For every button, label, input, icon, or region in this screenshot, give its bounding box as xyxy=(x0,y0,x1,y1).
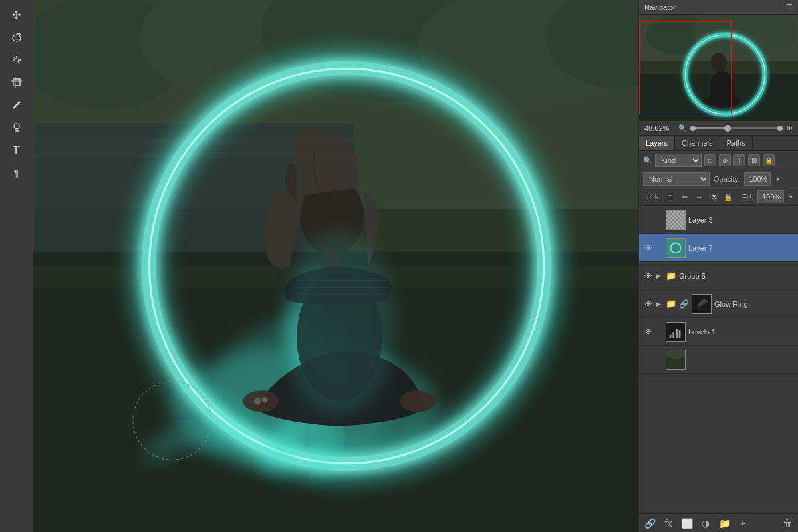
lock-image-btn[interactable]: ✏ xyxy=(679,192,690,202)
layer-eye-group5[interactable]: 👁 xyxy=(643,271,654,281)
lock-artboard-btn[interactable]: ⊠ xyxy=(708,192,719,202)
move-tool[interactable]: ✣ xyxy=(6,4,27,25)
svg-point-34 xyxy=(262,397,268,403)
text-tool[interactable]: T xyxy=(6,140,27,161)
layers-tabs: Layers Channels Paths xyxy=(639,136,798,151)
layer-name-layer7: Layer 7 xyxy=(688,244,794,252)
right-panel: Navigator ☰ xyxy=(638,0,798,532)
clone-stamp-tool[interactable] xyxy=(6,117,27,138)
lock-filter-btn[interactable]: 🔒 xyxy=(763,154,775,166)
blend-row: Normal Multiply Screen Overlay Soft Ligh… xyxy=(639,170,798,188)
navigator-viewport-box xyxy=(639,21,732,114)
zoom-value: 48.62% xyxy=(644,124,674,132)
layer-thumb-layer7 xyxy=(666,238,686,258)
smartobj-filter-btn[interactable]: ⊞ xyxy=(748,154,760,166)
opacity-input[interactable] xyxy=(744,172,771,186)
photo-canvas xyxy=(33,0,638,532)
lock-label: Lock: xyxy=(643,193,660,201)
svg-rect-50 xyxy=(670,334,672,338)
navigator-header: Navigator ☰ xyxy=(639,0,798,15)
zoom-slider[interactable] xyxy=(690,127,783,129)
svg-line-4 xyxy=(14,57,16,59)
svg-rect-46 xyxy=(666,239,685,257)
add-layer-button[interactable]: + xyxy=(736,517,749,530)
svg-point-35 xyxy=(289,237,389,408)
search-icon: 🔍 xyxy=(643,156,652,165)
add-style-button[interactable]: fx xyxy=(662,517,675,530)
kind-select[interactable]: Kind Name Effect Mode Attribute Color xyxy=(655,154,702,167)
pixel-filter-btn[interactable]: □ xyxy=(704,154,716,166)
navigator-panel: Navigator ☰ xyxy=(639,0,798,136)
opacity-dropdown-arrow[interactable]: ▼ xyxy=(775,176,781,182)
lock-position-btn[interactable]: ↔ xyxy=(694,192,704,202)
layers-bottom: 🔗 fx ⬜ ◑ 📁 + 🗑 xyxy=(639,513,798,532)
svg-point-56 xyxy=(670,351,682,358)
navigator-thumb xyxy=(639,15,798,121)
svg-point-9 xyxy=(14,124,19,129)
crop-tool[interactable] xyxy=(6,72,27,93)
layer-arrow-glow-ring[interactable]: ▶ xyxy=(656,301,663,307)
svg-rect-51 xyxy=(672,332,674,338)
layer-item-layer7[interactable]: 👁 Layer 7 xyxy=(639,234,798,262)
layer-list: 👁 Layer 3 👁 Layer 7 👁 xyxy=(639,206,798,513)
add-link-button[interactable]: 🔗 xyxy=(643,517,656,530)
brush-tool[interactable] xyxy=(6,94,27,116)
svg-rect-6 xyxy=(13,79,20,86)
lasso-tool[interactable] xyxy=(6,27,27,48)
canvas-area xyxy=(33,0,638,532)
magic-wand-tool[interactable] xyxy=(6,49,27,70)
layer-chain-glow-ring: 🔗 xyxy=(679,299,689,309)
layer-arrow-group5[interactable]: ▶ xyxy=(656,273,663,279)
navigator-title: Navigator xyxy=(644,3,676,11)
layer-item-glow-ring[interactable]: 👁 ▶ 📁 🔗 Glow Ring xyxy=(639,290,798,318)
kind-row: 🔍 Kind Name Effect Mode Attribute Color … xyxy=(639,151,798,170)
layer-eye-layer7[interactable]: 👁 xyxy=(643,243,654,253)
delete-layer-button[interactable]: 🗑 xyxy=(781,517,794,530)
layer-name-levels1: Levels 1 xyxy=(688,328,794,336)
layer-name-group5: Group 5 xyxy=(679,272,794,280)
fill-dropdown-arrow[interactable]: ▼ xyxy=(788,194,794,200)
layer-thumb-glow-ring xyxy=(692,294,712,314)
layers-panel: Layers Channels Paths 🔍 Kind Name Effect… xyxy=(639,136,798,532)
tab-channels[interactable]: Channels xyxy=(675,136,720,150)
type-filter-btn[interactable]: T xyxy=(733,154,745,166)
layer-thumb-levels1 xyxy=(666,322,686,342)
layer-thumb-background xyxy=(666,350,686,370)
layer-eye-glow-ring[interactable]: 👁 xyxy=(643,299,654,309)
zoom-bar: 48.62% 🔍 ⊕ xyxy=(639,121,798,135)
paragraph-tool[interactable]: ¶ xyxy=(6,162,27,184)
navigator-menu-icon[interactable]: ☰ xyxy=(786,3,793,11)
layer-folder-icon-group5: 📁 xyxy=(666,271,676,281)
svg-point-32 xyxy=(400,390,436,412)
layer-item-background[interactable]: 👁 xyxy=(639,346,798,374)
lock-row: Lock: □ ✏ ↔ ⊠ 🔒 Fill: ▼ xyxy=(639,188,798,206)
layer-folder-icon-glow-ring: 📁 xyxy=(666,299,676,309)
add-mask-button[interactable]: ⬜ xyxy=(680,517,694,530)
layer-thumb-layer3 xyxy=(666,210,686,230)
scene-svg xyxy=(33,0,638,532)
layer-item-levels1[interactable]: 👁 Levels 1 xyxy=(639,318,798,346)
layer-item-layer3[interactable]: 👁 Layer 3 xyxy=(639,206,798,234)
svg-point-33 xyxy=(254,398,261,405)
add-group-button[interactable]: 📁 xyxy=(718,517,731,530)
svg-rect-52 xyxy=(676,329,678,338)
tab-layers[interactable]: Layers xyxy=(639,136,675,150)
lock-transparent-btn[interactable]: □ xyxy=(664,192,675,202)
blend-mode-select[interactable]: Normal Multiply Screen Overlay Soft Ligh… xyxy=(643,172,710,186)
layer-eye-levels1[interactable]: 👁 xyxy=(643,327,654,337)
layer-item-group5[interactable]: 👁 ▶ 📁 Group 5 xyxy=(639,262,798,290)
svg-point-0 xyxy=(13,35,21,41)
left-toolbar: ✣ T ¶ xyxy=(0,0,33,532)
fill-label: Fill: xyxy=(742,193,753,201)
tab-paths[interactable]: Paths xyxy=(720,136,753,150)
lock-all-btn[interactable]: 🔒 xyxy=(723,192,733,202)
opacity-label: Opacity: xyxy=(714,175,740,183)
layer-name-layer3: Layer 3 xyxy=(688,216,794,224)
svg-line-5 xyxy=(17,61,20,63)
zoom-out-icon[interactable]: 🔍 xyxy=(678,124,686,132)
zoom-in-icon[interactable]: ⊕ xyxy=(787,124,793,132)
fill-input[interactable] xyxy=(757,190,784,203)
add-adjustment-button[interactable]: ◑ xyxy=(699,517,712,530)
layer-name-glow-ring: Glow Ring xyxy=(714,300,794,308)
adjustment-filter-btn[interactable]: ⊙ xyxy=(719,154,731,166)
